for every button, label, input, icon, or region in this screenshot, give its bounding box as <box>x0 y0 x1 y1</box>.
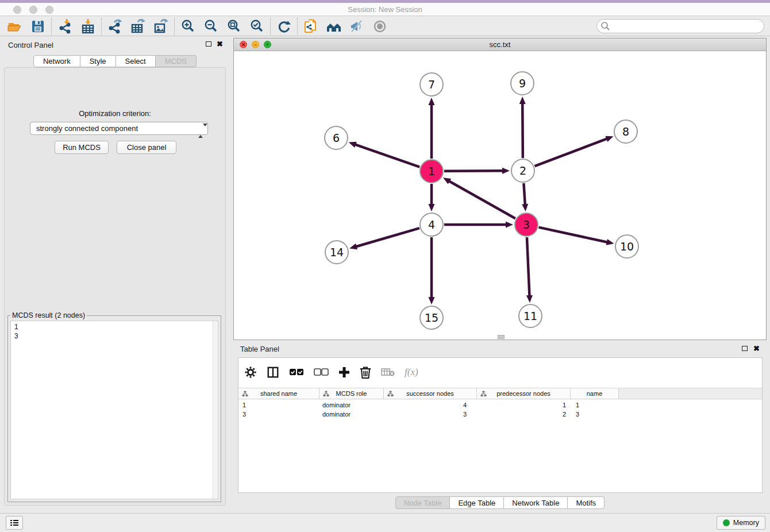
megaphone-icon[interactable] <box>345 17 368 36</box>
save-icon[interactable] <box>26 17 49 36</box>
copy-network-icon[interactable] <box>299 17 322 36</box>
cell-name[interactable]: 1 <box>571 400 619 410</box>
graph-node-2[interactable]: 2 <box>511 159 535 183</box>
deselect-all-icon[interactable] <box>314 368 329 376</box>
tab-mcds[interactable]: MCDS <box>156 55 197 67</box>
column-header-successor-nodes[interactable]: successor nodes <box>384 388 477 399</box>
optimization-criterion-select[interactable]: strongly connected component <box>30 122 208 135</box>
gear-icon[interactable] <box>244 366 257 379</box>
table-header-row: shared name MCDS role successor nodes pr… <box>238 388 762 399</box>
cell-shared-name[interactable]: 1 <box>238 400 319 410</box>
search-container <box>596 19 764 33</box>
network-window-titlebar[interactable]: ✕ − + scc.txt <box>234 38 766 51</box>
houses-icon[interactable] <box>322 17 345 36</box>
float-panel-icon[interactable] <box>206 41 211 47</box>
mcds-result-textarea[interactable]: 1 3 <box>10 321 218 499</box>
tab-network[interactable]: Network <box>33 55 80 67</box>
cell-successor-nodes[interactable]: 4 <box>384 400 477 410</box>
graph-node-10[interactable]: 10 <box>615 234 639 259</box>
cell-predecessor-nodes[interactable]: 2 <box>477 410 571 419</box>
trash-icon[interactable] <box>360 366 371 379</box>
graph-edge[interactable] <box>527 237 530 296</box>
graph-node-6[interactable]: 6 <box>324 126 348 150</box>
tab-edge-table[interactable]: Edge Table <box>450 496 504 509</box>
graph-edge[interactable] <box>535 138 608 166</box>
table-row[interactable]: 3 dominator 3 2 3 <box>238 410 762 419</box>
main-toolbar <box>0 17 770 36</box>
column-header-shared-name[interactable]: shared name <box>238 388 319 399</box>
mcds-panel-body: Optimization criterion: strongly connect… <box>4 67 226 506</box>
graph-node-8[interactable]: 8 <box>614 119 638 144</box>
column-label: name <box>587 390 603 397</box>
refresh-icon[interactable] <box>272 17 295 36</box>
float-table-panel-icon[interactable] <box>742 346 748 351</box>
arrowhead-icon <box>429 98 435 105</box>
graph-edge[interactable] <box>449 181 515 219</box>
column-header-predecessor-nodes[interactable]: predecessor nodes <box>477 388 571 399</box>
network-window-title: scc.txt <box>234 40 766 49</box>
graph-node-9[interactable]: 9 <box>510 71 534 95</box>
close-table-panel-icon[interactable]: ✖ <box>753 344 760 353</box>
cell-mcds-role[interactable]: dominator <box>319 410 384 419</box>
control-panel-tabs: Network Style Select MCDS <box>0 55 230 67</box>
zoom-in-icon[interactable] <box>176 17 199 36</box>
tree-icon <box>323 391 329 397</box>
columns-icon[interactable] <box>267 366 279 379</box>
cell-predecessor-nodes[interactable]: 1 <box>477 400 571 410</box>
graph-edge[interactable] <box>355 144 419 167</box>
graph-node-1[interactable]: 1 <box>419 159 444 183</box>
column-header-mcds-role[interactable]: MCDS role <box>319 388 384 399</box>
task-history-button[interactable] <box>6 516 23 530</box>
eye-icon[interactable] <box>368 17 391 36</box>
memory-button[interactable]: Memory <box>717 516 765 530</box>
tab-node-table[interactable]: Node Table <box>395 496 451 509</box>
column-header-name[interactable]: name <box>571 388 619 399</box>
graph-node-7[interactable]: 7 <box>419 72 444 97</box>
graph-edge[interactable] <box>538 228 607 242</box>
select-all-icon[interactable] <box>289 368 304 376</box>
search-input[interactable] <box>596 19 764 33</box>
function-builder-icon[interactable]: f(x) <box>405 367 418 378</box>
graph-edge[interactable] <box>356 228 419 246</box>
import-network-icon[interactable] <box>53 17 76 36</box>
toolbar-separator <box>174 18 175 35</box>
delete-table-icon[interactable] <box>381 368 395 377</box>
run-mcds-button[interactable]: Run MCDS <box>55 141 109 154</box>
chevron-up-down-icon <box>198 125 203 137</box>
graph-node-3[interactable]: 3 <box>514 213 538 237</box>
arrowhead-icon <box>526 295 533 303</box>
zoom-selected-icon[interactable] <box>245 17 268 36</box>
network-resize-grip[interactable] <box>498 335 505 339</box>
tab-network-table[interactable]: Network Table <box>504 496 568 509</box>
cell-shared-name[interactable]: 3 <box>238 410 319 419</box>
cell-successor-nodes[interactable]: 3 <box>384 410 477 419</box>
graph-node-4[interactable]: 4 <box>419 213 444 237</box>
graph-edge[interactable] <box>522 103 523 158</box>
graph-edges <box>234 51 766 340</box>
graph-node-15[interactable]: 15 <box>419 306 444 330</box>
import-table-icon[interactable] <box>76 17 99 36</box>
export-table-icon[interactable] <box>126 17 149 36</box>
tab-select[interactable]: Select <box>116 55 156 67</box>
cell-name[interactable]: 3 <box>571 410 619 419</box>
zoom-out-icon[interactable] <box>199 17 222 36</box>
zoom-fit-icon[interactable] <box>222 17 245 36</box>
graph-edge[interactable] <box>444 171 503 171</box>
graph-edge[interactable] <box>523 183 525 205</box>
tab-motifs[interactable]: Motifs <box>568 496 605 509</box>
plus-icon[interactable] <box>338 367 350 378</box>
graph-node-14[interactable]: 14 <box>325 240 349 264</box>
cell-mcds-role[interactable]: dominator <box>319 400 384 410</box>
network-canvas[interactable]: 7968124314101511 <box>234 51 766 340</box>
status-bar: Memory <box>0 513 770 532</box>
export-image-icon[interactable] <box>149 17 172 36</box>
result-scrollbar[interactable] <box>213 321 218 499</box>
graph-node-11[interactable]: 11 <box>518 304 542 328</box>
tab-style[interactable]: Style <box>80 55 116 67</box>
table-row[interactable]: 1 dominator 4 1 1 <box>238 400 762 410</box>
arrowhead-icon <box>519 97 526 104</box>
open-folder-icon[interactable] <box>3 17 26 36</box>
export-network-icon[interactable] <box>103 17 126 36</box>
close-panel-button[interactable]: Close panel <box>117 141 176 154</box>
close-panel-icon[interactable]: ✖ <box>217 40 223 48</box>
